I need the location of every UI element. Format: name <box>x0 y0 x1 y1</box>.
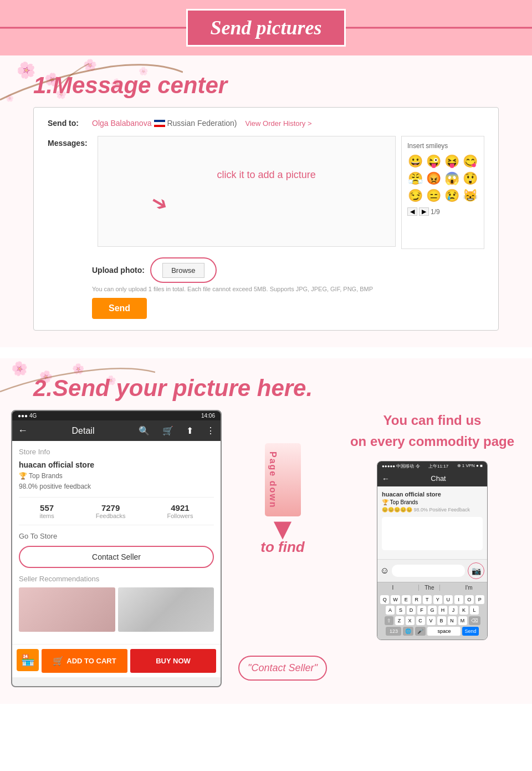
to-find-text: to find <box>260 539 304 556</box>
send-to-name: Olga Balabanova <box>92 119 151 128</box>
smiley-9[interactable]: 😏 <box>407 189 423 203</box>
phone2-nav-bar: ← Chat <box>377 471 487 486</box>
browse-button[interactable]: Browse <box>162 263 204 278</box>
section2-send-picture: 🌸 🌸 🌸 🌸 2.Send your picture here. ●●● 4G… <box>0 358 532 704</box>
smiley-12[interactable]: 😸 <box>463 189 478 203</box>
phone1-feedbacks-num: 7279 <box>96 503 126 513</box>
view-order-history-link[interactable]: View Order History > <box>245 119 311 128</box>
kb-k[interactable]: K <box>459 606 468 615</box>
kb-x[interactable]: X <box>406 616 415 625</box>
kb-globe[interactable]: 🌐 <box>403 627 413 636</box>
phone1-share-icon[interactable]: ⬆ <box>186 425 193 436</box>
phone1-stat-feedbacks: 7279 Feedbacks <box>96 503 126 519</box>
smiley-1[interactable]: 😀 <box>407 154 423 169</box>
kb-u[interactable]: U <box>444 595 453 604</box>
phone-screenshot-2: ●●●●● 中国移动 令 上午11:17 ⊕ 1 VPN ● ■ ← Chat … <box>377 461 488 640</box>
kb-e[interactable]: E <box>402 595 411 604</box>
kb-s[interactable]: S <box>396 606 405 615</box>
phone1-add-to-cart-btn[interactable]: 🛒 ADD TO CART <box>42 649 127 673</box>
phone1-cart-icon[interactable]: 🛒 <box>162 425 173 436</box>
kb-123[interactable]: 123 <box>386 627 401 636</box>
phone1-buy-now-btn[interactable]: BUY NOW <box>130 649 216 673</box>
smiley-6[interactable]: 😡 <box>426 171 441 186</box>
section2-content: ●●● 4G 14:06 ← Detail 🔍 🛒 ⬆ ⋮ Store Info… <box>0 410 532 687</box>
kb-q[interactable]: Q <box>380 595 389 604</box>
phone1-search-icon[interactable]: 🔍 <box>139 425 150 436</box>
kb-c[interactable]: C <box>416 616 425 625</box>
phone1-feedbacks-label: Feedbacks <box>96 513 126 519</box>
send-button[interactable]: Send <box>92 298 147 319</box>
phone1-store-feedback: 98.0% positive feedback <box>19 483 214 490</box>
smileys-title: Insert smileys <box>407 142 478 150</box>
kb-w[interactable]: W <box>391 595 400 604</box>
smiley-10[interactable]: 😑 <box>426 189 441 203</box>
kb-m[interactable]: M <box>458 616 467 625</box>
kb-z[interactable]: Z <box>395 616 404 625</box>
phone1-followers-num: 4921 <box>167 503 193 513</box>
phone2-text-input[interactable] <box>392 565 465 577</box>
kb-h[interactable]: H <box>438 606 447 615</box>
header-section: Send pictures <box>0 0 532 55</box>
phone1-store-stats: 557 items 7279 Feedbacks 4921 Followers <box>19 497 214 525</box>
kb-t[interactable]: T <box>423 595 432 604</box>
kb-g[interactable]: G <box>428 606 437 615</box>
add-to-cart-label: ADD TO CART <box>66 657 116 665</box>
kb-v[interactable]: V <box>427 616 436 625</box>
kb-l[interactable]: L <box>470 606 479 615</box>
kb-b[interactable]: B <box>437 616 446 625</box>
smiley-3[interactable]: 😝 <box>444 154 460 169</box>
kb-mic[interactable]: 🎤 <box>415 627 426 636</box>
phone1-more-icon[interactable]: ⋮ <box>206 425 215 436</box>
phone1-go-to-store[interactable]: Go To Store <box>19 532 214 540</box>
kb-a[interactable]: A <box>386 606 395 615</box>
phone2-time: 上午11:17 <box>428 463 448 469</box>
phone2-camera-btn[interactable]: 📷 <box>468 562 484 579</box>
send-to-row: Send to: Olga Balabanova Russian Federat… <box>48 119 484 128</box>
message-textarea[interactable] <box>98 136 396 247</box>
phone1-back-icon[interactable]: ← <box>18 425 28 437</box>
kb-n[interactable]: N <box>448 616 457 625</box>
upload-hint: You can only upload 1 files in total. Ea… <box>92 286 484 292</box>
message-card: Send to: Olga Balabanova Russian Federat… <box>33 107 499 331</box>
phone1-store-icon: 🏪 <box>17 649 39 671</box>
phone1-items-num: 557 <box>39 503 54 513</box>
kb-shift[interactable]: ⇧ <box>385 616 393 625</box>
smiley-8[interactable]: 😲 <box>463 171 478 186</box>
phone2-emoji-icon[interactable]: ☺ <box>380 566 389 576</box>
smileys-prev-btn[interactable]: ◀ <box>407 207 417 216</box>
phone2-body: huacan official store 🏆 Top Brands 😊😊😊😊😊… <box>377 486 487 559</box>
suggestion-3: I'm <box>465 585 472 591</box>
smiley-5[interactable]: 😤 <box>407 171 423 186</box>
kb-d[interactable]: D <box>407 606 416 615</box>
phone2-chat-input-bar: ☺ 📷 <box>377 559 487 582</box>
kb-f[interactable]: F <box>417 606 426 615</box>
phone1-product-img-2 <box>118 587 214 632</box>
kb-y[interactable]: Y <box>433 595 442 604</box>
smiley-4[interactable]: 😋 <box>463 154 478 169</box>
smiley-2[interactable]: 😜 <box>426 154 441 169</box>
phone2-status-bar: ●●●●● 中国移动 令 上午11:17 ⊕ 1 VPN ● ■ <box>377 461 487 471</box>
kb-i[interactable]: I <box>454 595 463 604</box>
phone2-back-icon[interactable]: ← <box>382 474 390 483</box>
smileys-next-btn[interactable]: ▶ <box>419 207 429 216</box>
kb-space[interactable]: space <box>427 627 461 636</box>
phone1-contact-seller-btn[interactable]: Contact Seller <box>19 546 214 568</box>
phone1-nav-title: Detail <box>36 426 130 436</box>
kb-send[interactable]: Send <box>462 627 478 636</box>
cart-icon: 🛒 <box>53 656 64 666</box>
kb-backspace[interactable]: ⌫ <box>469 616 480 625</box>
right-column: You can find us on every commodity page … <box>344 410 521 687</box>
smileys-grid: 😀 😜 😝 😋 😤 😡 😱 😲 😏 😑 😢 😸 <box>407 154 478 203</box>
kb-p[interactable]: P <box>475 595 484 604</box>
phone1-body: Store Info huacan official store 🏆 Top B… <box>12 441 221 644</box>
phone2-badge: 🏆 Top Brands <box>382 499 418 505</box>
phone1-time: 14:06 <box>201 413 215 419</box>
kb-row-4: 123 🌐 🎤 space Send <box>380 627 485 636</box>
browse-circle-decoration: Browse <box>150 257 217 283</box>
kb-o[interactable]: O <box>465 595 474 604</box>
smiley-11[interactable]: 😢 <box>444 189 460 203</box>
kb-j[interactable]: J <box>449 606 458 615</box>
kb-r[interactable]: R <box>412 595 421 604</box>
upload-label: Upload photo: <box>92 266 145 275</box>
smiley-7[interactable]: 😱 <box>444 171 460 186</box>
